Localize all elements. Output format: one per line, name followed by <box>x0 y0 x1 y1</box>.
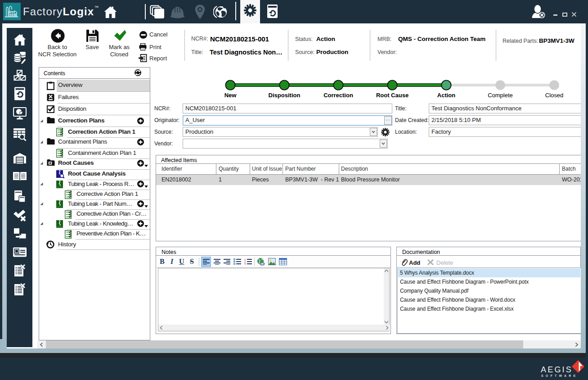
svg-text:3: 3 <box>244 263 246 265</box>
